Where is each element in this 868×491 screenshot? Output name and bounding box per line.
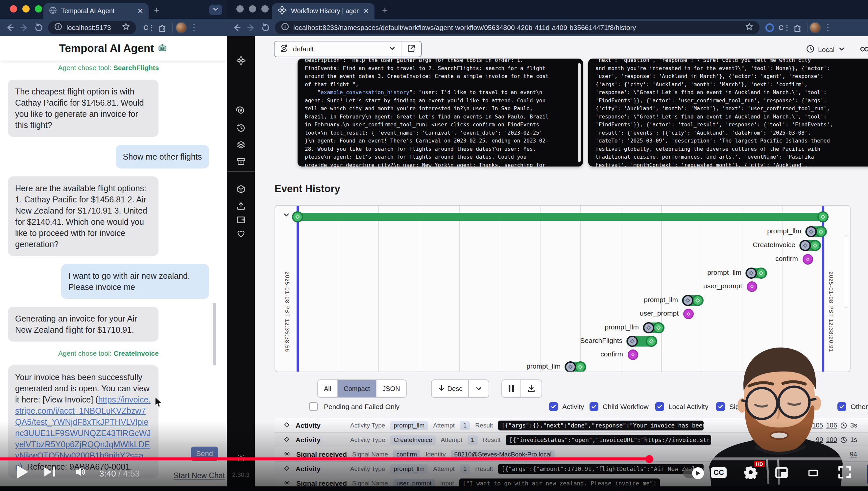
activity-completed-node[interactable]	[809, 240, 820, 251]
video-progress-remaining[interactable]	[649, 457, 868, 460]
reload-button[interactable]	[32, 21, 46, 35]
checkbox-icon[interactable]	[549, 402, 558, 411]
checkbox-icon[interactable]	[655, 402, 664, 411]
glasses-icon[interactable]	[859, 44, 868, 55]
tab-close-icon[interactable]: ✕	[363, 7, 369, 16]
address-bar[interactable]: localhost:8233/namespaces/default/workfl…	[275, 21, 760, 34]
back-button[interactable]	[229, 21, 244, 35]
type-filter-child-workflow[interactable]: Child Workflow	[590, 402, 649, 411]
next-video-button[interactable]	[43, 466, 57, 478]
forward-button[interactable]	[17, 21, 32, 35]
event-result-code[interactable]: [{"args":{},"next":"done","response":"Yo…	[498, 421, 704, 430]
reload-button[interactable]	[258, 21, 273, 35]
timeline-scrollbar[interactable]	[844, 235, 848, 308]
video-scrubber[interactable]	[645, 455, 653, 463]
event-result-code[interactable]: [{"args":{"amount":1710.91,"flightDetail…	[498, 464, 704, 474]
browser-menu-icon[interactable]: ⋮	[820, 21, 835, 35]
export-icon[interactable]	[236, 201, 246, 212]
task-queues-icon[interactable]	[236, 140, 246, 151]
window-controls-inactive[interactable]	[237, 5, 269, 12]
pending-checkbox[interactable]	[309, 402, 318, 411]
window-controls[interactable]	[10, 5, 42, 12]
profile-avatar[interactable]	[809, 22, 820, 33]
code-scrollbar[interactable]	[578, 63, 581, 162]
activity-scheduled-node[interactable]	[643, 322, 654, 334]
maximize-window-button[interactable]	[261, 5, 269, 12]
back-button[interactable]	[3, 21, 17, 35]
address-bar[interactable]: localhost:5173	[48, 21, 136, 34]
workflow-execution-bar[interactable]	[298, 213, 823, 221]
schedules-icon[interactable]	[236, 123, 246, 134]
extensions-puzzle-icon[interactable]	[155, 21, 169, 35]
namespace-selector[interactable]: default	[274, 41, 422, 57]
tab-workflow-history[interactable]: Workflow History | agent-wor ✕	[272, 3, 374, 19]
activity-completed-node[interactable]	[646, 336, 657, 347]
activity-scheduled-node[interactable]	[627, 336, 638, 347]
extension-c-icon[interactable]: C⋮	[779, 24, 790, 32]
tab-temporal-ai-agent[interactable]: Temporal AI Agent ✕	[43, 3, 149, 19]
bookmark-star-icon[interactable]	[745, 22, 753, 33]
sort-desc-button[interactable]: Desc	[432, 380, 468, 397]
pending-filter[interactable]: Pending and Failed Only	[309, 402, 400, 411]
diamond-expand-icon[interactable]	[283, 421, 290, 430]
activity-scheduled-node[interactable]	[746, 267, 757, 279]
activity-scheduled-node[interactable]	[682, 295, 693, 306]
activity-completed-node[interactable]	[815, 226, 827, 237]
activity-scheduled-node[interactable]	[800, 240, 811, 251]
forward-button[interactable]	[244, 21, 258, 35]
view-tab-compact[interactable]: Compact	[337, 380, 376, 397]
workflow-input-code-panel[interactable]: description": "Help the user gather args…	[298, 59, 583, 167]
new-tab-button[interactable]: +	[382, 5, 388, 15]
new-tab-button[interactable]: +	[154, 5, 160, 15]
tab-search-chevron[interactable]	[209, 5, 222, 15]
external-link-icon[interactable]	[407, 44, 416, 54]
sort-chevron-button[interactable]	[468, 380, 489, 397]
autoplay-toggle[interactable]	[683, 469, 704, 478]
workflows-icon[interactable]	[236, 106, 246, 117]
extension-c-icon[interactable]: C⋮	[143, 24, 155, 32]
diamond-expand-icon[interactable]	[283, 436, 290, 444]
tab-close-icon[interactable]: ✕	[137, 7, 143, 16]
timezone-selector[interactable]: Local	[806, 45, 846, 55]
workflow-result-code-panel[interactable]: 'next': 'question', 'response': \"Sure! …	[588, 59, 868, 167]
browser-menu-icon[interactable]: ⋮	[187, 21, 201, 35]
chevron-down-icon[interactable]	[388, 45, 396, 54]
signal-node[interactable]	[683, 309, 694, 319]
captions-button[interactable]: CC	[711, 467, 726, 478]
theater-mode-button[interactable]	[804, 468, 822, 479]
activity-completed-node[interactable]	[692, 295, 703, 306]
pause-autoscroll-button[interactable]	[502, 380, 521, 397]
signal-node[interactable]	[747, 281, 757, 292]
chat-scrollbar[interactable]	[213, 303, 216, 365]
fullscreen-button[interactable]	[836, 464, 854, 481]
heart-icon[interactable]	[236, 229, 246, 240]
profile-avatar[interactable]	[176, 22, 187, 33]
minimize-window-button[interactable]	[22, 5, 30, 12]
activity-completed-node[interactable]	[653, 322, 664, 334]
site-info-icon[interactable]	[54, 22, 62, 33]
workflow-endpoint-node[interactable]	[292, 211, 303, 223]
view-tab-json[interactable]: JSON	[376, 380, 406, 397]
site-info-icon[interactable]	[281, 22, 289, 33]
password-manager-icon[interactable]	[766, 23, 774, 32]
type-filter-activity[interactable]: Activity	[549, 402, 584, 411]
activity-scheduled-node[interactable]	[565, 362, 576, 372]
volume-icon[interactable]	[72, 465, 89, 479]
video-progress-played[interactable]	[0, 457, 649, 460]
activity-completed-node[interactable]	[575, 362, 586, 372]
signal-node[interactable]	[628, 349, 638, 360]
feedback-icon[interactable]	[236, 215, 246, 226]
minimize-window-button[interactable]	[249, 5, 256, 12]
maximize-window-button[interactable]	[35, 5, 42, 12]
activity-scheduled-node[interactable]	[806, 226, 817, 237]
signal-node[interactable]	[803, 254, 813, 265]
workflow-endpoint-node[interactable]	[817, 211, 829, 223]
event-id-link[interactable]: 94	[850, 451, 857, 458]
archive-icon[interactable]	[236, 157, 246, 168]
miniplayer-button[interactable]	[773, 466, 790, 480]
download-history-button[interactable]	[521, 380, 541, 397]
activity-completed-node[interactable]	[755, 267, 767, 279]
labs-icon[interactable]	[236, 184, 246, 196]
extensions-puzzle-icon[interactable]	[790, 21, 805, 35]
view-tab-all[interactable]: All	[318, 380, 337, 397]
